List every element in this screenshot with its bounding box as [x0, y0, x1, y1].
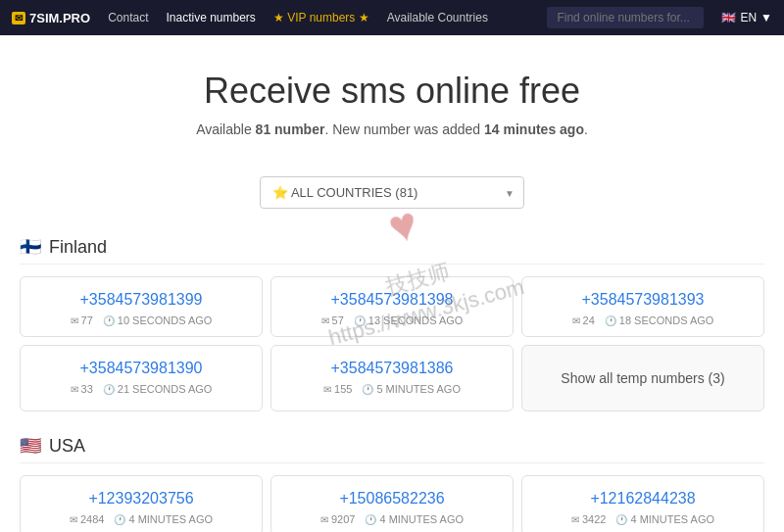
- time-ago: 18 SECONDS AGO: [605, 314, 714, 326]
- clock-icon: [365, 513, 376, 525]
- number-meta: 77 10 SECONDS AGO: [32, 314, 250, 326]
- time-ago: 4 MINUTES AGO: [615, 513, 714, 525]
- nav-inactive[interactable]: Inactive numbers: [166, 11, 255, 24]
- mail-icon: [323, 383, 331, 395]
- msg-count: 57: [321, 314, 344, 326]
- country-select[interactable]: ⭐ ALL COUNTRIES (81): [260, 176, 524, 209]
- number-meta: 3422 4 MINUTES AGO: [534, 513, 752, 525]
- number-card[interactable]: +3584573981386 155 5 MINUTES AGO: [270, 345, 514, 411]
- number-card[interactable]: +15086582236 9207 4 MINUTES AGO: [270, 475, 514, 532]
- phone-number: +15086582236: [283, 490, 501, 508]
- navbar: ✉ 7SIM.PRO Contact Inactive numbers ★ VI…: [0, 0, 784, 35]
- country-select-wrapper: ⭐ ALL COUNTRIES (81): [260, 176, 524, 209]
- brand: ✉ 7SIM.PRO: [12, 11, 90, 25]
- subtitle-count: 81 number: [256, 121, 325, 137]
- country-heading: 🇺🇸USA: [20, 435, 764, 463]
- phone-number: +3584573981390: [32, 360, 250, 377]
- nav-contact[interactable]: Contact: [108, 11, 148, 24]
- mail-icon: [70, 513, 77, 525]
- lang-selector[interactable]: 🇬🇧 EN ▼: [721, 11, 772, 24]
- number-card[interactable]: +12393203756 2484 4 MINUTES AGO: [20, 475, 263, 532]
- search-input[interactable]: [547, 7, 704, 28]
- phone-number: +12393203756: [32, 490, 250, 508]
- subtitle-time: 14 minutes ago: [484, 121, 584, 137]
- clock-icon: [354, 314, 366, 326]
- phone-number: +3584573981393: [534, 291, 752, 309]
- numbers-grid: +3584573981399 77 10 SECONDS AGO +358457…: [20, 276, 764, 411]
- number-meta: 57 13 SECONDS AGO: [283, 314, 501, 326]
- number-meta: 9207 4 MINUTES AGO: [283, 513, 501, 525]
- phone-number: +3584573981386: [283, 360, 501, 377]
- country-name: Finland: [49, 237, 107, 258]
- msg-count: 2484: [70, 513, 104, 525]
- flag-icon: 🇬🇧: [721, 11, 736, 24]
- number-card[interactable]: +3584573981393 24 18 SECONDS AGO: [521, 276, 764, 337]
- clock-icon: [605, 314, 616, 326]
- mail-icon: [71, 314, 78, 326]
- number-card[interactable]: +3584573981398 57 13 SECONDS AGO: [270, 276, 514, 337]
- number-card[interactable]: +3584573981390 33 21 SECONDS AGO: [20, 345, 263, 411]
- subtitle-mid: . New number was added: [324, 121, 484, 137]
- clock-icon: [103, 314, 115, 326]
- clock-icon: [103, 383, 115, 395]
- clock-icon: [114, 513, 125, 525]
- hero-title: Receive sms online free: [20, 71, 764, 112]
- time-ago: 5 MINUTES AGO: [362, 383, 461, 395]
- country-flag: 🇫🇮: [20, 236, 41, 258]
- number-meta: 155 5 MINUTES AGO: [283, 383, 501, 395]
- clock-icon: [615, 513, 627, 525]
- selector-wrap: ⭐ ALL COUNTRIES (81): [0, 176, 784, 209]
- show-temp-button[interactable]: Show all temp numbers (3): [521, 345, 764, 411]
- country-section-finland: 🇫🇮Finland+3584573981399 77 10 SECONDS AG…: [20, 236, 764, 411]
- country-name: USA: [49, 436, 85, 457]
- msg-count: 77: [71, 314, 93, 326]
- mail-icon: [71, 383, 78, 395]
- mail-icon: [572, 314, 580, 326]
- country-section-usa: 🇺🇸USA+12393203756 2484 4 MINUTES AGO +15…: [20, 435, 764, 532]
- country-flag: 🇺🇸: [20, 435, 41, 457]
- number-meta: 2484 4 MINUTES AGO: [32, 513, 250, 525]
- brand-name[interactable]: 7SIM.PRO: [29, 11, 90, 25]
- time-ago: 13 SECONDS AGO: [354, 314, 464, 326]
- mail-icon: [320, 513, 328, 525]
- hero-subtitle: Available 81 number. New number was adde…: [20, 121, 764, 137]
- phone-number: +3584573981398: [283, 291, 501, 309]
- time-ago: 4 MINUTES AGO: [365, 513, 464, 525]
- nav-vip[interactable]: ★ VIP numbers ★: [273, 11, 369, 24]
- number-card[interactable]: +12162844238 3422 4 MINUTES AGO: [521, 475, 764, 532]
- time-ago: 21 SECONDS AGO: [103, 383, 213, 395]
- brand-icon: ✉: [12, 12, 25, 24]
- number-card[interactable]: +3584573981399 77 10 SECONDS AGO: [20, 276, 263, 337]
- number-meta: 33 21 SECONDS AGO: [32, 383, 250, 395]
- time-ago: 4 MINUTES AGO: [114, 513, 213, 525]
- country-heading: 🇫🇮Finland: [20, 236, 764, 265]
- subtitle-pre: Available: [196, 121, 255, 137]
- mail-icon: [571, 513, 579, 525]
- number-meta: 24 18 SECONDS AGO: [534, 314, 752, 326]
- main-content: 🇫🇮Finland+3584573981399 77 10 SECONDS AG…: [0, 236, 784, 532]
- mail-icon: [321, 314, 329, 326]
- clock-icon: [362, 383, 373, 395]
- msg-count: 155: [323, 383, 352, 395]
- phone-number: +3584573981399: [32, 291, 250, 309]
- msg-count: 33: [71, 383, 93, 395]
- msg-count: 9207: [320, 513, 355, 525]
- subtitle-post: .: [584, 121, 588, 137]
- chevron-down-icon: ▼: [760, 11, 772, 24]
- lang-label: EN: [740, 11, 757, 24]
- time-ago: 10 SECONDS AGO: [103, 314, 213, 326]
- nav-countries[interactable]: Available Countries: [387, 11, 488, 24]
- numbers-grid: +12393203756 2484 4 MINUTES AGO +1508658…: [20, 475, 764, 532]
- phone-number: +12162844238: [534, 490, 752, 508]
- hero-section: Receive sms online free Available 81 num…: [0, 35, 784, 157]
- msg-count: 24: [572, 314, 595, 326]
- msg-count: 3422: [571, 513, 606, 525]
